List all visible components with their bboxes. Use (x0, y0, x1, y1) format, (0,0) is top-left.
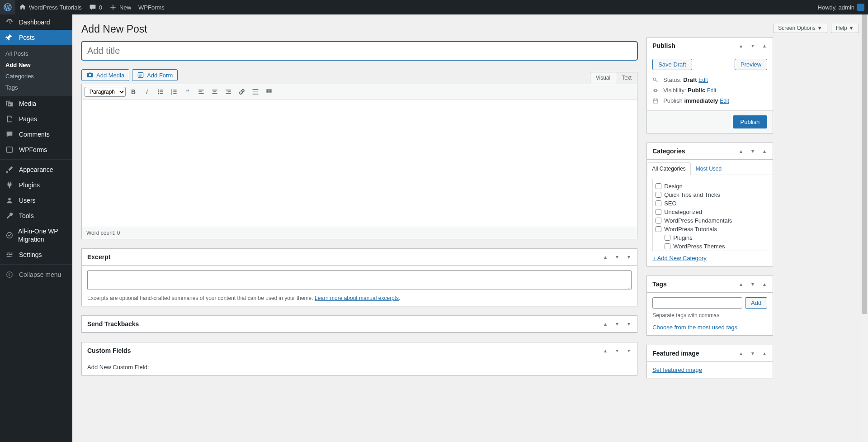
category-checkbox[interactable] (656, 226, 661, 232)
toggle-panel-button[interactable]: ▴ (759, 348, 770, 359)
sidebar-item-collapse[interactable]: Collapse menu (0, 267, 72, 282)
format-select[interactable]: Paragraph (85, 87, 126, 97)
align-center-button[interactable] (209, 86, 221, 98)
category-checkbox[interactable] (665, 235, 670, 241)
move-up-button[interactable]: ▴ (600, 318, 611, 329)
publish-button[interactable]: Publish (733, 115, 768, 128)
category-checkbox[interactable] (656, 192, 661, 198)
read-more-button[interactable] (250, 86, 261, 98)
tab-all-categories[interactable]: All Categories (647, 162, 691, 175)
category-item[interactable]: Design (656, 182, 764, 190)
move-down-button[interactable]: ▾ (747, 146, 758, 157)
blockquote-button[interactable]: “ (182, 86, 193, 98)
preview-button[interactable]: Preview (735, 59, 767, 70)
move-down-button[interactable]: ▾ (747, 279, 758, 290)
wp-logo-menu[interactable] (0, 0, 15, 14)
new-content-menu[interactable]: New (106, 0, 135, 14)
account-menu[interactable]: Howdy, admin (814, 0, 868, 14)
sidebar-item-media[interactable]: Media (0, 96, 72, 111)
sidebar-subitem-add-new[interactable]: Add New (0, 59, 72, 71)
toggle-panel-button[interactable]: ▾ (623, 345, 634, 356)
sidebar-item-posts[interactable]: Posts (0, 30, 72, 45)
move-up-button[interactable]: ▴ (736, 146, 746, 157)
bold-button[interactable]: B (127, 86, 139, 98)
sidebar-subitem-categories[interactable]: Categories (0, 71, 72, 82)
screen-options-button[interactable]: Screen Options ▼ (773, 24, 827, 33)
move-down-button[interactable]: ▾ (747, 348, 758, 359)
sidebar-subitem-all-posts[interactable]: All Posts (0, 48, 72, 59)
category-item[interactable]: WordPress Fundamentals (656, 216, 764, 225)
excerpt-help-link[interactable]: Learn more about manual excerpts (315, 295, 399, 301)
post-title-input[interactable] (81, 42, 637, 60)
set-featured-image-link[interactable]: Set featured image (652, 366, 702, 373)
excerpt-textarea[interactable] (87, 270, 632, 290)
menu-separator (0, 262, 72, 265)
scrollbar-thumb[interactable] (862, 14, 867, 314)
category-checkbox[interactable] (656, 200, 661, 206)
sidebar-item-comments[interactable]: Comments (0, 127, 72, 142)
save-draft-button[interactable]: Save Draft (652, 59, 692, 70)
category-item[interactable]: Plugins (656, 233, 764, 242)
toggle-panel-button[interactable]: ▴ (759, 146, 770, 157)
svg-rect-21 (213, 91, 216, 92)
help-button[interactable]: Help ▼ (831, 24, 859, 33)
edit-status-link[interactable]: Edit (698, 77, 708, 83)
sidebar-subitem-tags[interactable]: Tags (0, 82, 72, 93)
sidebar-item-pages[interactable]: Pages (0, 111, 72, 127)
sidebar-item-appearance[interactable]: Appearance (0, 162, 72, 177)
move-up-button[interactable]: ▴ (600, 252, 611, 262)
add-media-button[interactable]: Add Media (81, 69, 129, 81)
number-list-button[interactable]: 123 (168, 86, 180, 98)
link-button[interactable] (236, 86, 248, 98)
scrollbar-track[interactable] (861, 14, 868, 405)
move-up-button[interactable]: ▴ (600, 345, 611, 356)
comments-menu[interactable]: 0 (85, 0, 106, 14)
move-down-button[interactable]: ▾ (612, 252, 623, 262)
category-item[interactable]: Quick Tips and Tricks (656, 190, 764, 199)
toggle-panel-button[interactable]: ▴ (759, 279, 770, 290)
edit-schedule-link[interactable]: Edit (720, 98, 729, 104)
add-form-button[interactable]: Add Form (132, 69, 178, 81)
category-item[interactable]: WordPress Themes (656, 242, 764, 251)
category-item[interactable]: WordPress Tutorials (656, 225, 764, 233)
category-item[interactable]: SEO (656, 199, 764, 208)
category-checkbox[interactable] (656, 218, 661, 223)
sidebar-item-wpforms[interactable]: WPForms (0, 142, 72, 157)
category-item[interactable]: Uncategorized (656, 208, 764, 216)
bullet-list-button[interactable] (155, 86, 166, 98)
move-up-button[interactable]: ▴ (736, 279, 746, 290)
toggle-panel-button[interactable]: ▾ (623, 252, 634, 262)
align-right-button[interactable] (222, 86, 234, 98)
toggle-panel-button[interactable]: ▾ (623, 318, 634, 329)
move-down-button[interactable]: ▾ (612, 345, 623, 356)
category-checkbox[interactable] (656, 183, 661, 189)
sidebar-item-tools[interactable]: Tools (0, 208, 72, 223)
tags-input[interactable] (652, 297, 742, 309)
align-left-button[interactable] (195, 86, 207, 98)
editor-textarea[interactable] (82, 100, 637, 227)
category-checkbox[interactable] (665, 243, 670, 249)
sidebar-item-plugins[interactable]: Plugins (0, 177, 72, 193)
move-up-button[interactable]: ▴ (736, 40, 746, 51)
wpforms-menu[interactable]: WPForms (135, 0, 168, 14)
move-up-button[interactable]: ▴ (736, 348, 746, 359)
sidebar-item-dashboard[interactable]: Dashboard (0, 14, 72, 30)
move-down-button[interactable]: ▾ (612, 318, 623, 329)
category-list[interactable]: DesignQuick Tips and TricksSEOUncategori… (652, 179, 767, 251)
edit-visibility-link[interactable]: Edit (707, 87, 717, 94)
sidebar-item-users[interactable]: Users (0, 193, 72, 208)
sidebar-item-settings[interactable]: Settings (0, 247, 72, 262)
toolbar-toggle-button[interactable] (263, 86, 275, 98)
toggle-panel-button[interactable]: ▴ (759, 40, 770, 51)
move-down-button[interactable]: ▾ (747, 40, 758, 51)
add-tag-button[interactable]: Add (745, 297, 767, 309)
italic-button[interactable]: I (141, 86, 153, 98)
category-checkbox[interactable] (656, 209, 661, 215)
tab-most-used[interactable]: Most Used (691, 162, 726, 175)
tab-text[interactable]: Text (616, 72, 637, 84)
add-new-category-link[interactable]: + Add New Category (652, 255, 707, 261)
tab-visual[interactable]: Visual (590, 72, 616, 84)
sidebar-item-migration[interactable]: All-in-One WP Migration (0, 223, 72, 247)
choose-tags-link[interactable]: Choose from the most used tags (652, 324, 737, 331)
site-name-menu[interactable]: WordPress Tutorials (15, 0, 85, 14)
